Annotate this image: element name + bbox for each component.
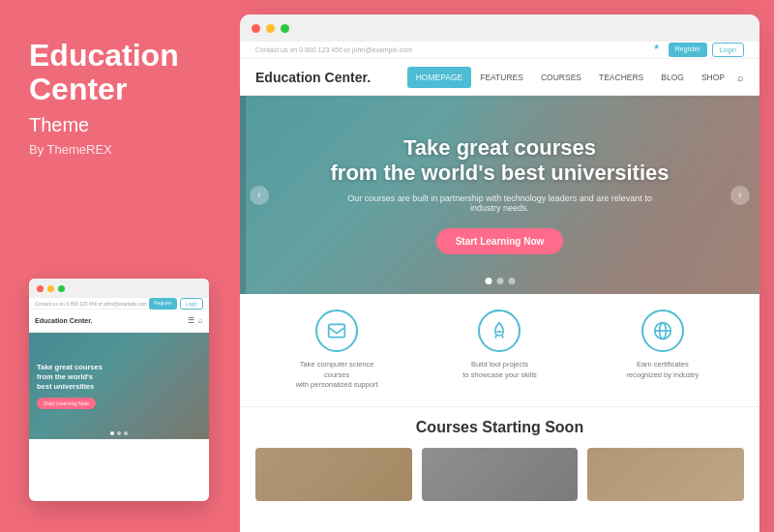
login-button[interactable]: Login bbox=[712, 43, 744, 57]
courses-grid bbox=[255, 448, 744, 501]
feature-icon-email bbox=[315, 310, 358, 352]
hero-text-center: Take great courses from the world's best… bbox=[273, 135, 728, 255]
hero-prev-button[interactable]: ‹ bbox=[250, 186, 269, 205]
mini-cta-button[interactable]: Start Learning Now bbox=[37, 398, 96, 409]
mini-dot-1 bbox=[110, 431, 114, 435]
mini-contact-bar: Contact us on 0 800 123 456 or john@exam… bbox=[29, 298, 209, 310]
feature-item-2: Build tool projects to showcase your ski… bbox=[418, 310, 580, 391]
mini-contact-text: Contact us on 0 800 123 456 or john@exam… bbox=[35, 301, 147, 307]
hero-subtext: Our courses are built in partnership wit… bbox=[344, 193, 654, 213]
mini-search-icon[interactable]: ⌕ bbox=[198, 316, 203, 325]
mini-hero-line3: best universities bbox=[37, 382, 94, 391]
theme-author: By ThemeREX bbox=[29, 142, 112, 157]
mini-dot-green bbox=[58, 285, 65, 292]
hero-line1: Take great courses bbox=[403, 135, 596, 160]
mini-nav-icons: ☰ ⌕ bbox=[188, 316, 203, 325]
mini-browser-bar bbox=[29, 279, 209, 298]
mini-dot-2 bbox=[117, 431, 121, 435]
hero-cta-button[interactable]: Start Learning Now bbox=[436, 228, 564, 254]
hero-carousel-dots bbox=[485, 278, 515, 284]
site-top-bar: Contact us on 0 800 123 456 or john@exam… bbox=[240, 42, 759, 59]
main-browser: Contact us on 0 800 123 456 or john@exam… bbox=[240, 15, 759, 532]
feature-text-2: Build tool projects to showcase your ski… bbox=[462, 360, 537, 380]
mini-hero-line2: from the world's bbox=[37, 372, 93, 381]
mini-logo: Education Center. bbox=[35, 317, 93, 324]
nav-item-homepage[interactable]: HOMEPAGE bbox=[407, 67, 472, 88]
mini-hero-line1: Take great courses bbox=[37, 363, 103, 371]
theme-subtitle: Theme bbox=[29, 114, 89, 136]
left-panel: Education Center Theme By ThemeREX Conta… bbox=[0, 0, 240, 532]
course-card-2[interactable] bbox=[422, 448, 579, 501]
browser-chrome bbox=[240, 15, 759, 42]
mini-dot-yellow bbox=[47, 285, 54, 292]
hero-headline: Take great courses from the world's best… bbox=[331, 135, 670, 187]
nav-item-shop[interactable]: SHOP bbox=[693, 67, 733, 88]
site-header: Education Center. HOMEPAGE FEATURES COUR… bbox=[240, 59, 759, 96]
hero-dot-2 bbox=[496, 278, 503, 284]
title-line2: Center bbox=[29, 72, 127, 106]
feature-item-3: Earn certificates recognized by industry bbox=[581, 310, 744, 391]
feature-text-3: Earn certificates recognized by industry bbox=[626, 360, 699, 380]
mini-browser-preview: Contact us on 0 800 123 456 or john@exam… bbox=[29, 279, 209, 501]
nav-item-courses[interactable]: COURSES bbox=[532, 67, 590, 88]
hero-dot-3 bbox=[508, 278, 515, 284]
nav-search-icon[interactable]: ⌕ bbox=[737, 72, 744, 83]
browser-dot-yellow[interactable] bbox=[266, 24, 275, 33]
mini-site-header: Education Center. ☰ ⌕ bbox=[29, 310, 209, 333]
course-card-1[interactable] bbox=[255, 448, 412, 501]
site-logo: Education Center. bbox=[255, 70, 371, 85]
mini-browser-content: Contact us on 0 800 123 456 or john@exam… bbox=[29, 298, 209, 501]
feature-icon-rocket bbox=[478, 310, 521, 352]
theme-title: Education Center bbox=[29, 39, 179, 106]
browser-dot-red[interactable] bbox=[252, 24, 260, 33]
feature-item-1: Take computer science courses with perso… bbox=[255, 310, 418, 391]
courses-title: Courses Starting Soon bbox=[255, 419, 744, 436]
main-container: Education Center Theme By ThemeREX Conta… bbox=[0, 0, 774, 532]
nav-item-features[interactable]: FEATURES bbox=[471, 67, 532, 88]
course-card-3[interactable] bbox=[587, 448, 744, 501]
nav-item-teachers[interactable]: TEACHERS bbox=[590, 67, 652, 88]
mini-login-btn[interactable]: Login bbox=[180, 298, 203, 310]
site-content: Contact us on 0 800 123 456 or john@exam… bbox=[240, 42, 759, 532]
register-button[interactable]: Register bbox=[669, 43, 707, 57]
courses-section: Courses Starting Soon bbox=[240, 407, 759, 513]
hero-dot-1 bbox=[485, 278, 491, 284]
course-card-overlay-2 bbox=[422, 448, 579, 501]
topbar-right-buttons: ★ Register Login bbox=[653, 43, 744, 57]
svg-rect-0 bbox=[329, 324, 345, 337]
feature-icon-globe bbox=[641, 310, 684, 352]
star-icon: ★ bbox=[653, 43, 660, 57]
hero-left-stripe bbox=[240, 96, 246, 294]
mini-hero-text: Take great courses from the world's best… bbox=[37, 363, 103, 391]
topbar-contact: Contact us on 0 800 123 456 or john@exam… bbox=[255, 46, 412, 53]
course-card-overlay-3 bbox=[587, 448, 744, 501]
nav-item-blog[interactable]: BLOG bbox=[652, 67, 693, 88]
course-card-overlay-1 bbox=[255, 448, 412, 501]
mini-hero: Take great courses from the world's best… bbox=[29, 333, 209, 439]
hero-line2: from the world's best universities bbox=[331, 161, 670, 185]
site-nav: HOMEPAGE FEATURES COURSES TEACHERS BLOG … bbox=[407, 67, 744, 88]
mini-carousel-dots bbox=[110, 431, 128, 435]
features-section: Take computer science courses with perso… bbox=[240, 294, 759, 407]
mini-dot-3 bbox=[124, 431, 128, 435]
mini-register-btn[interactable]: Register bbox=[149, 298, 177, 310]
hero-next-button[interactable]: › bbox=[730, 186, 750, 205]
title-line1: Education bbox=[29, 38, 179, 73]
site-hero: ‹ Take great courses from the world's be… bbox=[240, 96, 759, 294]
feature-text-1: Take computer science courses with perso… bbox=[288, 360, 385, 391]
mini-dot-red bbox=[37, 285, 44, 292]
mini-hamburger-icon[interactable]: ☰ bbox=[188, 316, 194, 325]
browser-dot-green[interactable] bbox=[281, 24, 289, 33]
